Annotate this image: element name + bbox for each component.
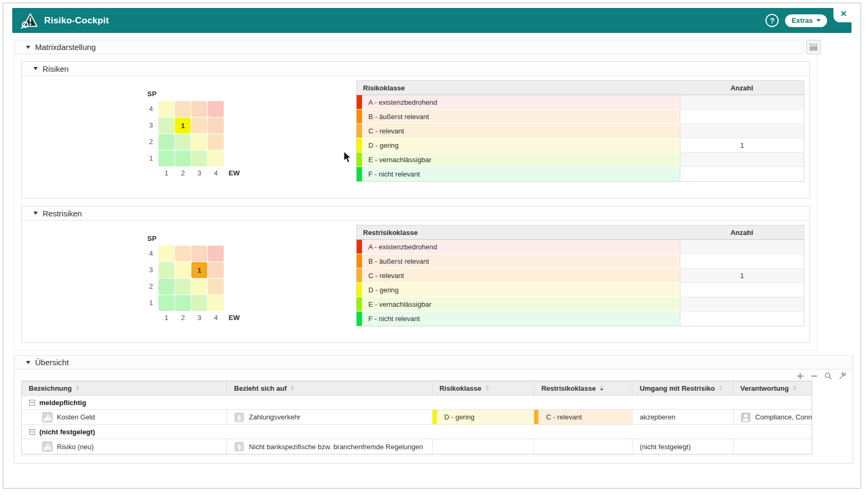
risiken-title: Risiken: [43, 64, 69, 73]
titlebar: Risiko-Cockpit ? Extras: [12, 8, 852, 33]
collapse-group-icon[interactable]: [29, 400, 35, 406]
row-bezeichnung: Risiko (neu): [57, 443, 94, 451]
matrixdarstellung-header[interactable]: Matrixdarstellung: [14, 40, 804, 54]
class-color-bar: [357, 312, 362, 326]
restrisiken-header[interactable]: Restrisiken: [22, 206, 810, 221]
settings-button[interactable]: [839, 372, 846, 380]
row-label: 1: [144, 295, 158, 311]
risk-class-row: F - nicht relevant: [357, 167, 804, 181]
x-axis-label: EW: [224, 312, 242, 327]
class-color-bar: [357, 153, 362, 167]
anzahl-column-header: Anzahl: [680, 229, 804, 237]
app-window: Risiko-Cockpit ? Extras ✕ Matrixdarstell…: [3, 3, 861, 489]
column-header-restrisikoklasse[interactable]: Restrisikoklasse: [534, 381, 633, 395]
restrisiken-title: Restrisiken: [43, 209, 82, 218]
collapse-caret-icon: [26, 361, 30, 364]
matrix-cell: [191, 246, 207, 262]
class-color-bar: [357, 297, 362, 312]
row-umgang: (nicht festgelegt): [639, 443, 690, 451]
window-layout-button[interactable]: [806, 40, 821, 54]
anzahl-value: [680, 95, 804, 110]
add-button[interactable]: [797, 373, 804, 380]
risk-item-icon: [42, 441, 53, 452]
col-label: 2: [175, 312, 191, 327]
column-header-umgang-mit-restrisiko[interactable]: Umgang mit Restrisiko: [633, 381, 733, 395]
extras-button[interactable]: Extras: [785, 14, 827, 27]
class-color-bar: [357, 110, 362, 124]
column-header-bezeichnung[interactable]: Bezeichnung: [22, 381, 227, 395]
uebersicht-toolbar: [14, 369, 853, 380]
sort-icon: [291, 385, 294, 391]
risk-class-row: A - existenzbedrohend: [357, 240, 804, 254]
x-axis-label: EW: [224, 167, 242, 183]
section-matrixdarstellung: Matrixdarstellung Risiken: [14, 40, 821, 350]
class-color-bar: [357, 268, 362, 283]
class-color-bar: [357, 254, 362, 268]
matrix-cell: [175, 101, 191, 117]
row-umgang: akzeptieren: [639, 413, 675, 421]
class-color-bar: [357, 124, 362, 138]
column-header-risikoklasse[interactable]: Risikoklasse: [433, 381, 535, 395]
search-button[interactable]: [824, 372, 832, 380]
class-color-bar: [357, 283, 362, 297]
class-color-bar: [534, 410, 538, 424]
anzahl-value: [680, 283, 804, 297]
sort-icon: [793, 385, 796, 391]
col-label: 1: [158, 167, 174, 183]
remove-button[interactable]: [811, 373, 818, 380]
page-title: Risiko-Cockpit: [44, 15, 109, 26]
matrix-cell: [175, 134, 191, 150]
risiken-matrix: SP 4 3 1: [144, 90, 242, 183]
matrix-cell: [208, 101, 224, 117]
restrisikoklasse-table-header: Restrisikoklasse Anzahl: [357, 225, 804, 240]
matrix-cell: [208, 117, 224, 133]
col-label: 4: [208, 312, 224, 327]
risk-class-row: E - vernachlässigbar: [357, 153, 804, 167]
uebersicht-header[interactable]: Übersicht: [14, 355, 853, 369]
risikoklasse-table: Risikoklasse Anzahl A - existenzbedrohen…: [356, 80, 804, 182]
row-label: 3: [144, 117, 158, 133]
matrix-cell: [158, 295, 174, 311]
anzahl-value: [680, 254, 804, 268]
matrix-cell: [158, 279, 174, 295]
close-button[interactable]: ✕: [833, 5, 854, 22]
titlebar-actions: ? Extras: [765, 14, 827, 27]
matrix-cell: [158, 262, 174, 278]
risk-item-icon: [42, 412, 53, 423]
panel-risiken: Risiken SP 4 3: [21, 61, 810, 198]
row-label: 4: [144, 246, 158, 262]
matrix-cell: [175, 279, 191, 295]
table-row-risiko-neu[interactable]: Risiko (neu) § Nicht bankspezifische bzw…: [22, 439, 812, 454]
collapse-caret-icon: [33, 212, 38, 215]
anzahl-value: [680, 167, 804, 181]
class-color-bar: [357, 240, 362, 254]
risk-class-row: F - nicht relevant: [357, 312, 804, 326]
col-label: 1: [158, 312, 174, 327]
matrix-cell: [191, 117, 207, 133]
help-button[interactable]: ?: [765, 14, 779, 27]
risiken-header[interactable]: Risiken: [22, 62, 810, 76]
sort-icon: [76, 385, 79, 391]
restrisikoklasse-table: Restrisikoklasse Anzahl A - existenzbedr…: [356, 225, 804, 326]
matrix-cell: [208, 262, 224, 278]
group-row-nicht-festgelegt[interactable]: (nicht festgelegt): [22, 425, 812, 439]
column-header-bezieht-sich-auf[interactable]: Bezieht sich auf: [227, 381, 432, 395]
collapse-group-icon[interactable]: [29, 429, 35, 435]
mouse-cursor: [343, 151, 353, 164]
anzahl-value: [680, 312, 804, 326]
table-row-kosten-geld[interactable]: Kosten Geld § Zahlungsverkehr D - gering…: [22, 410, 812, 425]
sort-icon: [719, 385, 722, 391]
matrixdarstellung-title: Matrixdarstellung: [35, 43, 96, 52]
anzahl-value: [680, 240, 804, 254]
restrisiken-matrix: SP 4 3 1: [144, 234, 242, 327]
wrench-icon: [839, 372, 846, 380]
anzahl-value: [680, 297, 804, 312]
matrix-cell: [158, 117, 174, 133]
column-header-verantwortung[interactable]: Verantwortung: [734, 381, 812, 395]
restrisikoklasse-column-header: Restrisikoklasse: [357, 229, 680, 237]
row-verantwortung: Compliance, Conny: [755, 413, 812, 421]
matrix-cell: [208, 295, 224, 311]
risk-class-row: B - äußerst relevant: [357, 110, 804, 124]
matrix-cell: [191, 279, 207, 295]
group-row-meldepflichtig[interactable]: meldepflichtig: [22, 396, 812, 410]
